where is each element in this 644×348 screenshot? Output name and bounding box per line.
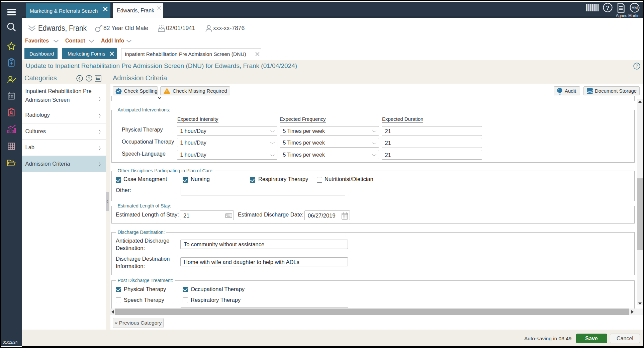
svg-text:?: ? <box>636 64 638 69</box>
svg-text:?: ? <box>88 76 90 81</box>
svg-text:?: ? <box>606 5 609 11</box>
svg-text:AM: AM <box>632 6 638 10</box>
